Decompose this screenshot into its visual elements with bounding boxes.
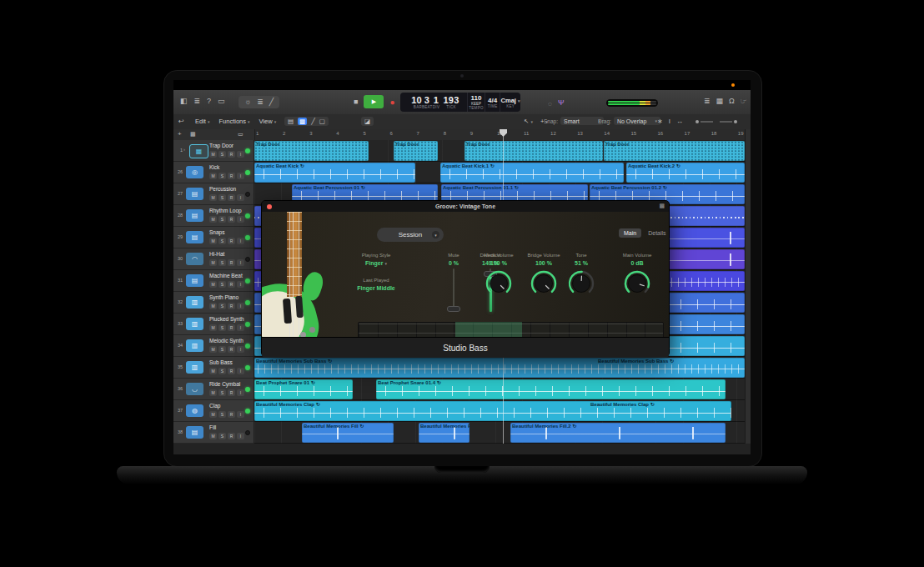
link-window-icon[interactable]: ▩ [659,203,665,209]
track-i-button[interactable]: I [237,389,244,396]
marquee-icon[interactable]: ▢ [319,118,325,125]
track-m-button[interactable]: M [209,194,217,201]
tuner-icon[interactable]: Ψ [558,99,565,107]
track-m-button[interactable]: M [209,346,217,353]
track-r-button[interactable]: R [228,389,235,396]
track-r-button[interactable]: R [228,324,235,331]
knob-main-volume[interactable] [622,268,652,302]
track-header-synth-piano[interactable]: 32▥Synth PianoMSRI [173,292,254,314]
region[interactable]: Beat Prophet Snare 01 ↻ [254,379,353,399]
track-header-fill[interactable]: 38▤FillMSRI [173,422,254,444]
playing-style-value[interactable]: Finger ▾ [347,260,405,266]
track-i-button[interactable]: I [237,346,244,353]
track-r-button[interactable]: R [228,238,235,244]
track-header-snaps[interactable]: 29▤SnapsMSRI [173,227,254,248]
track-m-button[interactable]: M [209,238,217,244]
track-m-button[interactable]: M [209,216,217,223]
track-i-button[interactable]: I [237,411,244,418]
track-i-button[interactable]: I [237,368,244,374]
plugin-window[interactable]: Groove: Vintage Tone ▩ Session ▾ Main De… [261,200,670,357]
track-header-machine-beat[interactable]: 31▤Machine BeatMSRI [173,270,254,292]
track-header-sub-bass[interactable]: 35▥Sub BassMSRI [173,357,254,379]
track-r-button[interactable]: R [228,368,235,374]
bar-ruler[interactable]: + ▩ ▭ 12345678910111213141516171819 [173,129,751,141]
region[interactable]: Trap Door [394,141,438,161]
region[interactable]: Beautiful Memories Fill.2 ↻ [510,423,726,443]
track-s-button[interactable]: S [218,259,226,266]
mixer-icon[interactable]: ≣ [257,98,264,106]
add-track-button[interactable]: + [178,131,182,138]
inspector-icon[interactable]: ≣ [194,98,201,105]
track-r-button[interactable]: R [228,151,235,158]
region[interactable]: Trap Door [254,141,369,161]
track-header-clap[interactable]: 37◍ClapMSRI [173,400,254,422]
region[interactable]: Trap Door [604,141,745,161]
record-button[interactable]: ● [389,98,394,106]
region[interactable]: Beautiful Memories Clap ↻Beautiful Memor… [254,401,731,421]
track-r-button[interactable]: R [228,216,235,223]
track-header-melodic-synth[interactable]: 34▥Melodic SynthMSRI [173,335,254,357]
track-s-button[interactable]: S [218,173,226,179]
region[interactable]: Aquatic Beat Kick.1 ↻ [440,163,624,183]
track-header-plucked-synth[interactable]: 33▥Plucked SynthMSRI [173,314,254,335]
region[interactable]: Beautiful Memories Fill.1 ↻ [419,423,470,443]
track-r-button[interactable]: R [228,433,235,439]
region[interactable]: Aquatic Beat Kick.2 ↻ [626,163,745,183]
knob-tone[interactable] [566,268,596,302]
knob-bridge-volume[interactable] [529,268,559,302]
track-i-button[interactable]: I [237,324,244,331]
track-r-button[interactable]: R [228,411,235,418]
collapse-icon[interactable]: ↔ [676,118,683,125]
edit-menu[interactable]: Edit▾ [195,118,209,125]
track-m-button[interactable]: M [209,303,217,309]
track-i-button[interactable]: I [237,303,244,309]
preset-menu[interactable]: Session ▾ [377,228,444,242]
track-r-button[interactable]: R [228,259,235,266]
track-m-button[interactable]: M [209,411,217,418]
disclosure-icon[interactable]: › [183,147,185,152]
track-s-button[interactable]: S [218,303,226,309]
pointer-tool-button[interactable]: ↖ ▾ [524,118,533,125]
lcd-key[interactable]: Cmaj ▾ [501,97,520,104]
track-m-button[interactable]: M [209,259,217,266]
tab-details[interactable]: Details [643,228,669,238]
horizontal-zoom-slider[interactable] [720,120,737,123]
track-i-button[interactable]: I [237,216,244,223]
region[interactable]: Aquatic Beat Kick ↻ [254,163,415,183]
region-view-icon[interactable]: ▩ [298,118,307,125]
track-header-kick[interactable]: 26◎KickMSRI [173,162,254,183]
note-pads-icon[interactable]: ▦ [716,98,724,105]
grid-view-icon[interactable]: ▤ [288,118,294,125]
track-r-button[interactable]: R [228,281,235,288]
slider-handle-mute[interactable] [447,306,460,312]
track-s-button[interactable]: S [218,151,226,158]
monitoring-icon[interactable]: ◌ [548,100,552,108]
track-m-button[interactable]: M [209,151,217,158]
loop-browser-icon[interactable]: Ω [729,98,735,105]
global-tracks-button[interactable]: ▭ [238,131,244,138]
track-i-button[interactable]: I [237,281,244,288]
editors-icon[interactable]: ╱ [269,98,274,106]
track-header-percussion[interactable]: 27▤PercussionMSRI [173,183,254,205]
track-i-button[interactable]: I [237,433,244,439]
region[interactable]: Beautiful Memories Sub Bass ↻Beautiful M… [254,358,745,378]
list-editors-icon[interactable]: ≣ [704,98,711,105]
track-i-button[interactable]: I [237,238,244,244]
functions-menu[interactable]: Functions▾ [218,118,249,125]
view-menu[interactable]: View▾ [259,118,277,125]
track-i-button[interactable]: I [237,173,244,179]
track-s-button[interactable]: S [218,324,226,331]
catch-playhead-icon[interactable]: ↩ [178,118,184,125]
tab-main[interactable]: Main [619,228,641,238]
quick-help-icon[interactable]: ? [207,98,211,105]
track-header-rhythm-loop[interactable]: 28▤Rhythm LoopMSRI [173,205,254,227]
track-i-button[interactable]: I [237,259,244,266]
vertical-zoom-slider[interactable] [696,120,713,123]
track-s-button[interactable]: S [218,346,226,353]
vertical-scrollbar[interactable] [745,129,751,454]
region[interactable]: Beautiful Memories Fill ↻ [302,423,394,443]
track-i-button[interactable]: I [237,194,244,201]
track-s-button[interactable]: S [218,281,226,288]
duplicate-track-button[interactable]: ▩ [190,131,196,138]
track-s-button[interactable]: S [218,216,226,223]
